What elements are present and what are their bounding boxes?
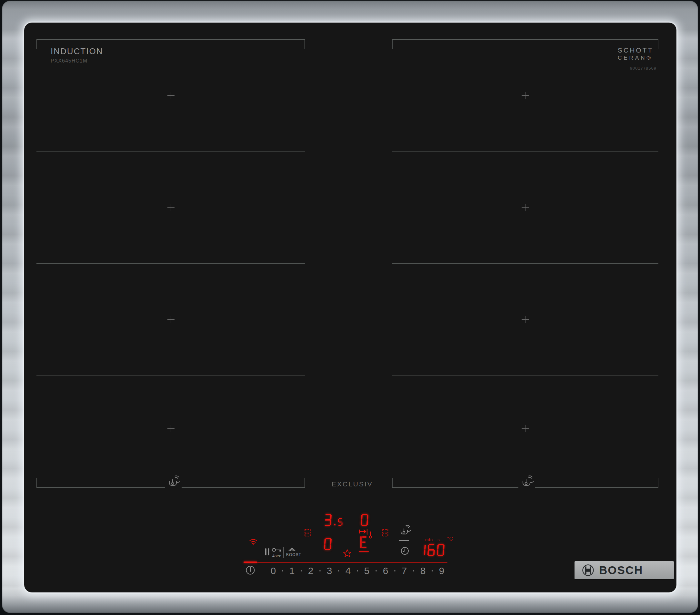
right-zone-section-4-center[interactable] — [522, 425, 529, 432]
pan-sensor-icon — [166, 474, 180, 489]
temp-unit: °C — [447, 536, 453, 542]
timer-unit-min: min — [425, 537, 433, 542]
pan-sensor-icon — [520, 474, 534, 489]
power-level-4[interactable]: 4 — [339, 565, 358, 576]
left-zone-section-4-center[interactable] — [167, 425, 175, 432]
power-level-7[interactable]: 7 — [395, 565, 414, 576]
power-level-6[interactable]: 6 — [376, 565, 395, 576]
right-zone-divider — [392, 152, 658, 152]
slider-track[interactable] — [257, 562, 447, 563]
favorite-star-icon[interactable] — [342, 549, 352, 558]
power-level-2[interactable]: 2 — [301, 565, 320, 576]
left-zone-divider — [36, 263, 305, 264]
power-level-9[interactable]: 9 — [432, 565, 451, 576]
right-zone-divider — [392, 263, 658, 264]
left-zone-section-1-center[interactable] — [167, 92, 175, 99]
ceramic-glass-surface: INDUCTION PXX645HC1M SCHOTT CERAN® 90017… — [24, 23, 676, 592]
wifi-icon — [249, 539, 258, 546]
left-zone-section-2-center[interactable] — [167, 204, 175, 211]
left-zone-divider — [36, 375, 305, 376]
bosch-logo-plaque: BOSCH — [575, 561, 674, 579]
product-photo-stage: INDUCTION PXX645HC1M SCHOTT CERAN® 90017… — [0, 0, 700, 615]
power-level-slider[interactable]: 0123456789 — [264, 565, 454, 578]
pause-icon[interactable] — [265, 548, 270, 556]
slider-active-segment — [243, 562, 257, 563]
sensor-mode-dash — [399, 540, 409, 541]
serial-number-print: 9001778569 — [618, 66, 657, 71]
pan-sensor-icon — [398, 524, 411, 537]
power-level-3[interactable]: 3 — [320, 565, 339, 576]
right-zone-section-2-center[interactable] — [522, 204, 529, 211]
bosch-wordmark: BOSCH — [599, 564, 643, 577]
schott-ceran-print: SCHOTT CERAN® 9001778569 — [618, 47, 657, 71]
boost-label: BOOST — [286, 552, 301, 557]
power-level-5[interactable]: 5 — [358, 565, 376, 576]
timer-unit-s: s — [437, 537, 440, 542]
model-number-print: PXX645HC1M — [51, 58, 87, 64]
left-zone-divider — [36, 152, 305, 152]
left-zone-power-display — [324, 514, 342, 526]
timer-display — [418, 544, 444, 556]
power-level-1[interactable]: 1 — [283, 565, 301, 576]
key-lock-icon[interactable] — [272, 547, 282, 553]
right-zone-divider — [392, 375, 658, 376]
right-zone-section-1-center[interactable] — [522, 92, 529, 99]
bosch-armature-icon — [582, 564, 595, 577]
zone-link-icon — [304, 529, 311, 538]
mid-zone-power-display — [361, 514, 368, 526]
zone-link-icon — [382, 529, 388, 538]
left-zone-power-display-2 — [324, 538, 331, 550]
lock-hold-label: 4sec — [272, 553, 281, 558]
left-zone-top-outline — [36, 39, 305, 49]
clock-icon[interactable] — [401, 547, 409, 555]
boost-chevron-icon[interactable] — [288, 547, 296, 551]
power-level-8[interactable]: 8 — [414, 565, 432, 576]
control-divider — [283, 547, 284, 558]
left-zone-section-3-center[interactable] — [167, 316, 175, 323]
power-icon[interactable] — [246, 565, 255, 575]
right-zone-section-3-center[interactable] — [522, 316, 529, 323]
power-level-0[interactable]: 0 — [264, 565, 283, 576]
right-zone-top-outline — [392, 39, 658, 49]
thermometer-icon — [369, 530, 373, 539]
series-label-exclusiv: EXCLUSIV — [332, 480, 373, 488]
ceran-line: CERAN® — [618, 55, 657, 61]
